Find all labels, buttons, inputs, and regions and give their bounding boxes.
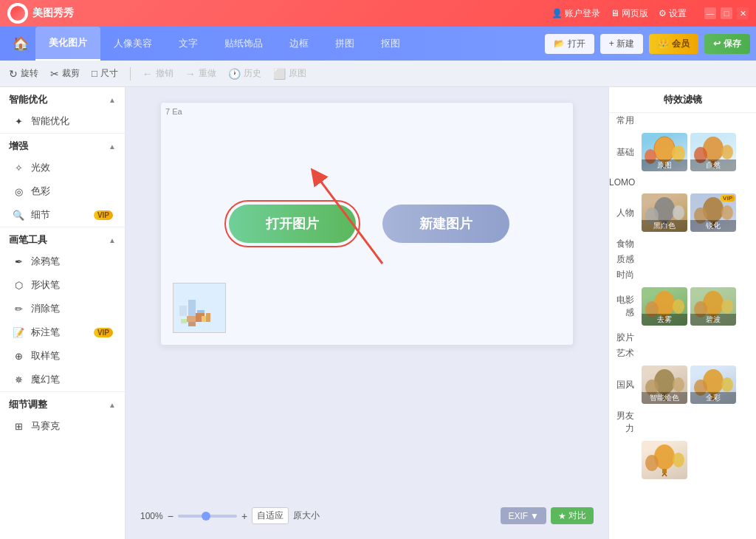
right-panel: 特效滤镜 常用 基础 原图 (608, 87, 756, 539)
window-controls: — □ ✕ (704, 7, 749, 19)
fit-btn[interactable]: 自适应 (252, 507, 289, 524)
folder-icon: 📂 (554, 38, 565, 49)
filter-thumbs-portrait: 黑白色 锐化 VIP (639, 190, 756, 235)
close-btn[interactable]: ✕ (737, 7, 749, 19)
bottom-right-btns: EXIF ▼ ★ 对比 (501, 507, 594, 524)
tab-border[interactable]: 边框 (276, 27, 322, 61)
vip-badge-markup: VIP (94, 328, 113, 337)
sidebar-item-magic[interactable]: ✵ 魔幻笔 (0, 368, 125, 391)
filter-label-portrait: 人物 (609, 207, 639, 219)
filter-thumb-sharpen[interactable]: 锐化 VIP (690, 193, 736, 232)
undo-btn[interactable]: ← 撤销 (142, 67, 173, 80)
sidebar-item-light[interactable]: ✧ 光效 (0, 156, 125, 179)
section-arrow-4: ▲ (109, 401, 116, 409)
resize-btn[interactable]: □ 尺寸 (92, 67, 118, 80)
filter-label-wave: 碧波 (690, 314, 736, 326)
web-btn[interactable]: 🖥 网页版 (611, 7, 648, 20)
svg-rect-8 (202, 316, 206, 322)
zoom-slider[interactable] (178, 515, 237, 518)
sidebar-item-sample[interactable]: ⊕ 取样笔 (0, 344, 125, 368)
sidebar-item-detail[interactable]: 🔍 细节 VIP (0, 203, 125, 227)
filter-thumbs-basic: 原图 自然 (639, 130, 756, 174)
filter-row-art: 艺术 (609, 346, 756, 361)
sidebar-item-eraser[interactable]: ✏ 消除笔 (0, 297, 125, 320)
filter-label-natural: 自然 (690, 159, 736, 171)
crown-icon: 👑 (658, 38, 669, 49)
zoom-percent: 100% (140, 511, 163, 521)
tab-collage[interactable]: 拼图 (322, 27, 368, 61)
dropdown-icon: ▼ (530, 511, 539, 521)
compare-btn[interactable]: ★ 对比 (551, 507, 594, 524)
filter-row-common: 常用 (609, 113, 756, 128)
navbar: 🏠 美化图片 人像美容 文字 贴纸饰品 边框 拼图 抠图 📂 打开 + 新建 👑… (0, 27, 756, 61)
tab-portrait[interactable]: 人像美容 (100, 27, 165, 61)
filter-row-portrait: 人物 黑白色 锐化 VIP (609, 189, 756, 236)
open-image-btn[interactable]: 打开图片 (229, 205, 356, 243)
settings-btn[interactable]: ⚙ 设置 (659, 7, 687, 20)
open-btn-box: 打开图片 (224, 200, 360, 247)
redo-icon: → (185, 68, 196, 80)
sidebar-item-color[interactable]: ◎ 色彩 (0, 179, 125, 203)
svg-point-42 (673, 299, 684, 314)
svg-point-61 (721, 377, 733, 392)
redo-btn[interactable]: → 重做 (185, 67, 216, 80)
new-image-btn[interactable]: 新建图片 (382, 205, 509, 243)
vip-btn[interactable]: 👑 会员 (649, 34, 698, 54)
svg-rect-63 (662, 469, 667, 473)
star-icon-compare: ★ (558, 511, 566, 521)
filter-thumb-original[interactable]: 原图 (642, 133, 687, 171)
rotate-btn[interactable]: ↻ 旋转 (9, 67, 38, 80)
tab-stickers[interactable]: 贴纸饰品 (211, 27, 276, 61)
crop-icon: ✂ (50, 68, 59, 80)
tab-text[interactable]: 文字 (165, 27, 211, 61)
filter-label-art: 艺术 (609, 347, 639, 360)
filter-label-lomo: LOMO (609, 177, 639, 188)
zoom-plus[interactable]: + (241, 510, 247, 522)
exif-btn[interactable]: EXIF ▼ (501, 507, 546, 524)
sidebar-item-mosaic[interactable]: ⊞ 马赛克 (0, 414, 125, 438)
gear-icon: ⚙ (659, 8, 667, 18)
filter-thumb-full-color[interactable]: 全彩 (690, 365, 736, 404)
maximize-btn[interactable]: □ (721, 7, 732, 19)
sidebar-item-smart-optimize[interactable]: ✦ 智能优化 (0, 109, 125, 133)
minimize-btn[interactable]: — (704, 7, 716, 19)
original-size-btn[interactable]: 原大小 (293, 509, 320, 522)
section-brush: 画笔工具 ▲ (0, 227, 125, 250)
svg-point-55 (673, 377, 684, 392)
home-btn[interactable]: 🏠 (6, 27, 35, 61)
filter-thumb-dehaze[interactable]: 去雾 (642, 287, 687, 326)
vip-badge: VIP (94, 210, 113, 220)
filter-label-texture: 质感 (609, 253, 639, 266)
account-btn[interactable]: 👤 账户登录 (551, 7, 600, 20)
sidebar-item-doodle[interactable]: ✒ 涂鸦笔 (0, 250, 125, 273)
filter-label-food: 食物 (609, 238, 639, 250)
markup-icon: 📝 (12, 326, 25, 339)
original-btn[interactable]: ⬜ 原图 (273, 67, 306, 80)
tab-cutout[interactable]: 抠图 (368, 27, 413, 61)
filter-thumb-natural[interactable]: 自然 (690, 133, 736, 171)
open-file-btn[interactable]: 📂 打开 (545, 34, 594, 54)
right-panel-title: 特效滤镜 (609, 87, 756, 113)
canvas-thumbnail (173, 283, 226, 333)
filter-thumbs-last (639, 438, 756, 482)
filter-thumb-wave[interactable]: 碧波 (690, 287, 736, 326)
filter-label-cinematic: 电影感 (609, 294, 639, 319)
filter-categories: 常用 基础 原图 自然 (609, 113, 756, 484)
crop-btn[interactable]: ✂ 裁剪 (50, 67, 80, 80)
tab-beautify[interactable]: 美化图片 (35, 27, 100, 61)
vip-corner-sharpen: VIP (721, 195, 735, 202)
filter-thumb-ai-color[interactable]: 智能绘色 (642, 365, 687, 404)
filter-label-chinese: 国风 (609, 379, 639, 391)
new-file-btn[interactable]: + 新建 (600, 34, 643, 54)
save-btn[interactable]: ↩ 保存 (704, 34, 750, 54)
filter-thumb-last[interactable] (642, 441, 687, 479)
original-icon: ⬜ (273, 68, 286, 80)
zoom-minus[interactable]: − (168, 510, 173, 522)
section-smart-optimize: 智能优化 ▲ (0, 87, 125, 109)
filter-row-texture: 质感 (609, 252, 756, 267)
filter-thumb-bw[interactable]: 黑白色 (642, 193, 687, 232)
sidebar-item-shape[interactable]: ⬡ 形状笔 (0, 273, 125, 297)
undo-icon: ← (142, 68, 153, 80)
sidebar-item-markup[interactable]: 📝 标注笔 VIP (0, 320, 125, 344)
history-btn[interactable]: 🕐 历史 (228, 67, 261, 80)
